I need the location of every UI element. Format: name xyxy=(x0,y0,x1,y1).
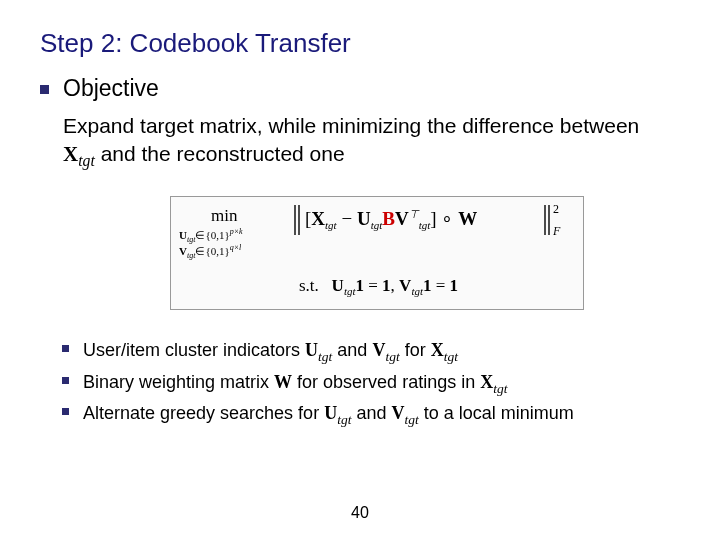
list-item-text: User/item cluster indicators Utgt and Vt… xyxy=(83,338,458,366)
var-X-tgt: Xtgt xyxy=(63,142,95,166)
formula-svg: min Utgt∈{0,1}p×k Vtgt∈{0,1}q×l [Xtgt − … xyxy=(177,199,577,307)
bullet-list: User/item cluster indicators Utgt and Vt… xyxy=(40,338,680,429)
formula-container: min Utgt∈{0,1}p×k Vtgt∈{0,1}q×l [Xtgt − … xyxy=(170,196,680,314)
svg-text:s.t.   Utgt1 = 1, Vtgt1 = 1: s.t. Utgt1 = 1, Vtgt1 = 1 xyxy=(299,276,458,297)
svg-text:Utgt∈{0,1}p×k: Utgt∈{0,1}p×k xyxy=(179,227,243,244)
list-item-text: Alternate greedy searches for Utgt and V… xyxy=(83,401,574,429)
svg-text:F: F xyxy=(552,224,561,238)
math-variable: Vtgt xyxy=(372,340,399,360)
objective-description: Expand target matrix, while minimizing t… xyxy=(63,112,663,172)
svg-text:min: min xyxy=(211,206,238,225)
math-variable: Utgt xyxy=(324,403,351,423)
square-bullet-icon xyxy=(62,377,69,384)
math-variable: Xtgt xyxy=(480,372,507,392)
math-variable: Utgt xyxy=(305,340,332,360)
square-bullet-icon xyxy=(62,408,69,415)
square-bullet-icon xyxy=(62,345,69,352)
math-variable: Vtgt xyxy=(391,403,418,423)
page-number: 40 xyxy=(0,504,720,522)
desc-pre: Expand target matrix, while minimizing t… xyxy=(63,114,639,137)
formula-box: min Utgt∈{0,1}p×k Vtgt∈{0,1}q×l [Xtgt − … xyxy=(170,196,584,310)
list-item: Alternate greedy searches for Utgt and V… xyxy=(40,401,680,429)
svg-text:Vtgt∈{0,1}q×l: Vtgt∈{0,1}q×l xyxy=(179,243,242,260)
svg-text:[Xtgt − UtgtBV⊤tgt] ∘ W: [Xtgt − UtgtBV⊤tgt] ∘ W xyxy=(305,208,477,231)
list-item-text: Binary weighting matrix W for observed r… xyxy=(83,370,507,398)
objective-label: Objective xyxy=(63,75,159,102)
slide-title: Step 2: Codebook Transfer xyxy=(40,28,680,59)
math-variable: W xyxy=(274,372,292,392)
objective-row: Objective xyxy=(40,75,680,102)
square-bullet-icon xyxy=(40,85,49,94)
math-variable: Xtgt xyxy=(431,340,458,360)
svg-text:2: 2 xyxy=(553,202,559,216)
desc-post: and the reconstructed one xyxy=(95,142,345,165)
list-item: Binary weighting matrix W for observed r… xyxy=(40,370,680,398)
list-item: User/item cluster indicators Utgt and Vt… xyxy=(40,338,680,366)
